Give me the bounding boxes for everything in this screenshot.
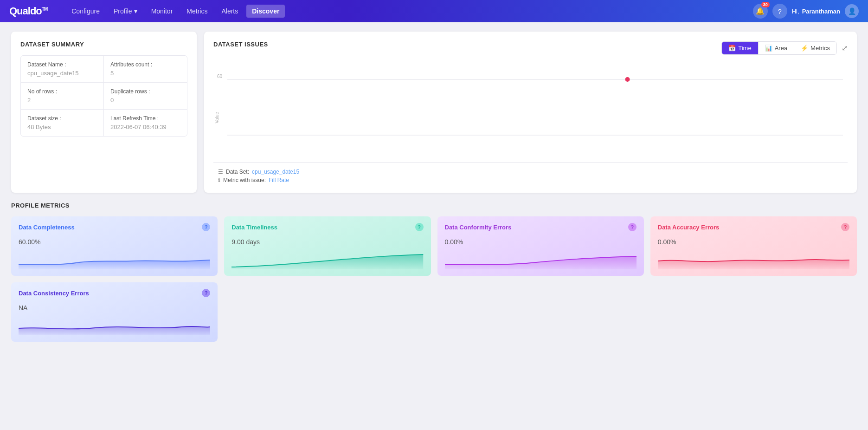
metric-title-conformity: Data Conformity Errors [445, 224, 512, 231]
issues-tabs: 📅 Time 📊 Area ⚡ Metrics [721, 41, 837, 55]
logo: QualdoTM [9, 5, 47, 17]
metric-card-header-accuracy: Data Accuracy Errors ? [658, 223, 849, 231]
dataset-summary-card: DATASET SUMMARY Dataset Name : cpu_usage… [11, 32, 197, 193]
metric-value-accuracy: 0.00% [658, 235, 849, 247]
tab-metrics[interactable]: ⚡ Metrics [794, 42, 836, 54]
metric-title-accuracy: Data Accuracy Errors [658, 224, 719, 231]
dataset-summary-title: DATASET SUMMARY [20, 41, 187, 48]
metric-card-header-conformity: Data Conformity Errors ? [445, 223, 637, 231]
profile-metrics-row2: Data Consistency Errors ? NA [11, 282, 857, 342]
issues-title: DATASET ISSUES [213, 41, 268, 48]
tab-area[interactable]: 📊 Area [759, 42, 794, 54]
summary-cell-dataset-name-label: Dataset Name : cpu_usage_date15 [21, 56, 104, 83]
chart-inner: 60 2022-06-07 [227, 65, 843, 149]
metric-help-conformity[interactable]: ? [628, 223, 637, 231]
metric-card-conformity[interactable]: Data Conformity Errors ? 0.00% [437, 216, 644, 276]
chart-y-label: Value [214, 112, 219, 124]
nav-alerts[interactable]: Alerts [216, 5, 244, 18]
metric-value-conformity: 0.00% [445, 235, 637, 247]
help-button[interactable]: ? [772, 4, 787, 19]
empty-slot-2 [437, 282, 644, 342]
summary-cell-attributes-count: Attributes count : 5 [104, 56, 187, 83]
nav-profile[interactable]: Profile ▾ [108, 5, 143, 18]
expand-button[interactable]: ⤢ [842, 44, 848, 52]
summary-cell-no-of-rows: No of rows : 2 [21, 83, 104, 110]
metric-card-header-completeness: Data Completeness ? [19, 223, 210, 231]
chart-meta-metric: ℹ Metric with issue: Fill Rate [218, 177, 843, 183]
metric-card-header-timeliness: Data Timeliness ? [231, 223, 423, 231]
metric-help-timeliness[interactable]: ? [415, 223, 424, 231]
profile-metrics-section: PROFILE METRICS Data Completeness ? 60.0… [11, 202, 857, 342]
user-avatar[interactable]: 👤 [845, 4, 859, 18]
metric-card-timeliness[interactable]: Data Timeliness ? 9.00 days [224, 216, 431, 276]
top-row: DATASET SUMMARY Dataset Name : cpu_usage… [11, 32, 857, 193]
summary-cell-dataset-size: Dataset size : 48 Bytes [21, 110, 104, 136]
nav-metrics[interactable]: Metrics [181, 5, 213, 18]
empty-slot-1 [224, 282, 431, 342]
metric-title-consistency: Data Consistency Errors [19, 290, 89, 297]
nav-discover[interactable]: Discover [246, 5, 285, 18]
user-info: Hi, Paranthaman [792, 8, 840, 15]
profile-metrics-title: PROFILE METRICS [11, 202, 857, 209]
metric-help-completeness[interactable]: ? [202, 223, 210, 231]
summary-cell-last-refresh: Last Refresh Time : 2022-06-07 06:40:39 [104, 110, 187, 136]
notification-button[interactable]: 🔔 30 [753, 4, 768, 19]
nav-monitor[interactable]: Monitor [146, 5, 179, 18]
chart-area: Value 60 2022-06-07 [213, 61, 848, 163]
summary-cell-duplicate-rows: Duplicate rows : 0 [104, 83, 187, 110]
navbar: QualdoTM Configure Profile ▾ Monitor Met… [0, 0, 868, 22]
metric-value-consistency: NA [19, 301, 210, 313]
metric-sparkline-timeliness [231, 251, 423, 269]
dataset-issues-card: DATASET ISSUES 📅 Time 📊 Area ⚡ [204, 32, 857, 193]
metric-title-timeliness: Data Timeliness [231, 224, 277, 231]
summary-grid: Dataset Name : cpu_usage_date15 Attribut… [20, 55, 187, 137]
metric-card-accuracy[interactable]: Data Accuracy Errors ? 0.00% [650, 216, 857, 276]
tab-time[interactable]: 📅 Time [722, 42, 758, 54]
main-content: DATASET SUMMARY Dataset Name : cpu_usage… [0, 22, 868, 351]
chart-dot [625, 77, 630, 82]
metric-sparkline-conformity [445, 251, 637, 269]
metric-sparkline-completeness [19, 251, 210, 269]
nav-links: Configure Profile ▾ Monitor Metrics Aler… [66, 5, 753, 18]
profile-metrics-grid: Data Completeness ? 60.00% [11, 216, 857, 276]
metric-card-consistency[interactable]: Data Consistency Errors ? NA [11, 282, 218, 342]
metric-help-consistency[interactable]: ? [202, 289, 210, 297]
metric-value-timeliness: 9.00 days [231, 235, 423, 247]
notification-badge: 30 [761, 2, 770, 7]
chart-y-value: 60 [217, 74, 222, 79]
metric-help-accuracy[interactable]: ? [841, 223, 849, 231]
metric-card-completeness[interactable]: Data Completeness ? 60.00% [11, 216, 218, 276]
chart-meta: ☰ Data Set: cpu_usage_date15 ℹ Metric wi… [213, 169, 848, 183]
nav-configure[interactable]: Configure [66, 5, 105, 18]
metric-value-completeness: 60.00% [19, 235, 210, 247]
nav-right: 🔔 30 ? Hi, Paranthaman 👤 [753, 4, 859, 19]
metric-sparkline-consistency [19, 317, 210, 335]
chart-dataset-value: cpu_usage_date15 [252, 169, 299, 175]
metric-card-header-consistency: Data Consistency Errors ? [19, 289, 210, 297]
issues-header: DATASET ISSUES 📅 Time 📊 Area ⚡ [213, 41, 848, 55]
metric-title-completeness: Data Completeness [19, 224, 75, 231]
chart-svg: 2022-06-07 [227, 65, 843, 149]
empty-slot-3 [650, 282, 857, 342]
chart-metric-value: Fill Rate [269, 177, 289, 183]
metric-sparkline-accuracy [658, 251, 849, 269]
chart-meta-dataset: ☰ Data Set: cpu_usage_date15 [218, 169, 843, 175]
